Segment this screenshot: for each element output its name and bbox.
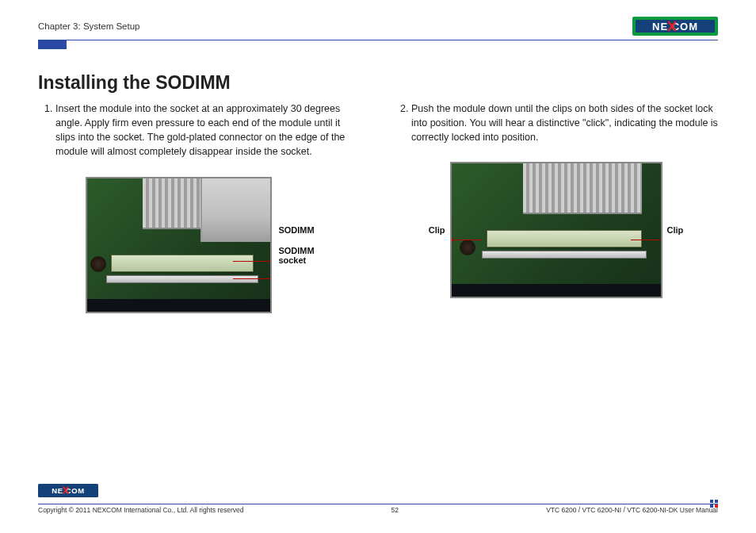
step-2-text: Push the module down until the clips on … xyxy=(411,102,718,144)
callout-sodimm: SODIMM xyxy=(278,225,314,235)
footer-doc-title: VTC 6200 / VTC 6200-NI / VTC 6200-NI-DK … xyxy=(546,506,718,514)
footer-logo: NE COM xyxy=(38,484,718,500)
callout-sodimm-socket: SODIMM socket xyxy=(278,246,314,265)
figure-step-1 xyxy=(86,177,272,313)
callout-clip-left: Clip xyxy=(429,225,445,235)
callout-sodimm-socket-l2: socket xyxy=(278,255,314,265)
footer-page-number: 52 xyxy=(244,506,547,514)
figure-step-2 xyxy=(450,162,662,298)
chapter-label: Chapter 3: System Setup xyxy=(38,21,139,31)
footer-rule xyxy=(38,504,718,504)
callout-sodimm-socket-l1: SODIMM xyxy=(278,246,314,255)
header-rule xyxy=(38,40,718,40)
footer-copyright: Copyright © 2011 NEXCOM International Co… xyxy=(38,506,244,514)
callout-clip-right: Clip xyxy=(667,225,684,235)
page-title: Installing the SODIMM xyxy=(38,72,718,94)
brand-logo: NE COM xyxy=(632,17,718,36)
step-1-text: Insert the module into the socket at an … xyxy=(55,102,362,159)
